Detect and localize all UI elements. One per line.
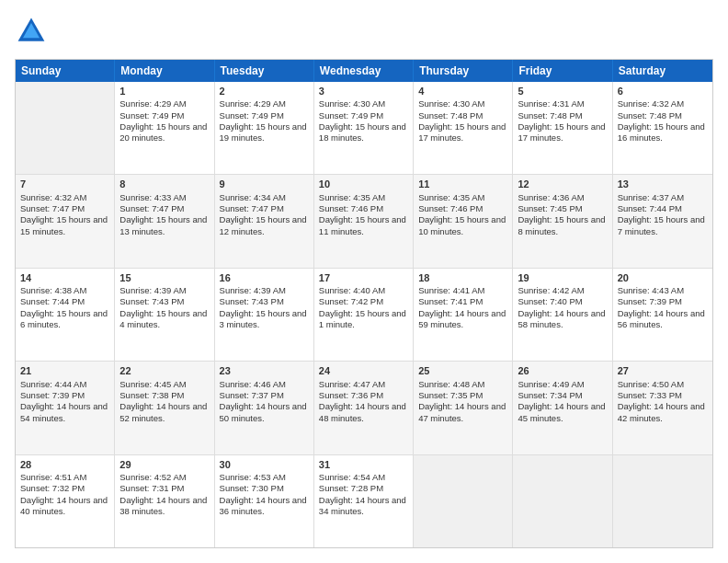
sunset-text: Sunset: 7:46 PM (418, 203, 507, 214)
daylight-text: Daylight: 15 hours and 17 minutes. (418, 121, 507, 144)
sunset-text: Sunset: 7:36 PM (319, 390, 408, 401)
sunrise-text: Sunrise: 4:54 AM (319, 472, 408, 483)
sunrise-text: Sunrise: 4:47 AM (319, 379, 408, 390)
logo-icon (15, 15, 48, 48)
day-cell-2: 2Sunrise: 4:29 AMSunset: 7:49 PMDaylight… (215, 82, 314, 174)
header-day-friday: Friday (513, 60, 612, 82)
calendar-week-1: 1Sunrise: 4:29 AMSunset: 7:49 PMDaylight… (16, 82, 712, 175)
day-number: 26 (518, 364, 607, 377)
calendar-week-5: 28Sunrise: 4:51 AMSunset: 7:32 PMDayligh… (16, 455, 712, 547)
sunset-text: Sunset: 7:33 PM (618, 390, 708, 401)
daylight-text: Daylight: 15 hours and 11 minutes. (319, 214, 408, 237)
calendar-header: SundayMondayTuesdayWednesdayThursdayFrid… (16, 60, 712, 82)
daylight-text: Daylight: 14 hours and 59 minutes. (418, 308, 507, 331)
day-cell-24: 24Sunrise: 4:47 AMSunset: 7:36 PMDayligh… (314, 362, 414, 454)
sunset-text: Sunset: 7:49 PM (220, 110, 309, 121)
sunset-text: Sunset: 7:32 PM (20, 483, 109, 494)
day-cell-14: 14Sunrise: 4:38 AMSunset: 7:44 PMDayligh… (16, 269, 115, 361)
day-cell-27: 27Sunrise: 4:50 AMSunset: 7:33 PMDayligh… (613, 362, 712, 454)
daylight-text: Daylight: 15 hours and 6 minutes. (20, 308, 109, 331)
calendar-week-2: 7Sunrise: 4:32 AMSunset: 7:47 PMDaylight… (16, 175, 712, 268)
day-cell-4: 4Sunrise: 4:30 AMSunset: 7:48 PMDaylight… (414, 82, 513, 174)
header-day-thursday: Thursday (414, 60, 513, 82)
sunset-text: Sunset: 7:48 PM (618, 110, 708, 121)
sunrise-text: Sunrise: 4:43 AM (618, 285, 708, 296)
day-number: 28 (20, 458, 109, 471)
sunrise-text: Sunrise: 4:42 AM (518, 285, 607, 296)
day-number: 23 (220, 364, 309, 377)
day-number: 10 (319, 178, 408, 190)
sunset-text: Sunset: 7:49 PM (119, 110, 209, 121)
day-cell-13: 13Sunrise: 4:37 AMSunset: 7:44 PMDayligh… (613, 175, 712, 267)
daylight-text: Daylight: 14 hours and 56 minutes. (618, 308, 708, 331)
sunrise-text: Sunrise: 4:33 AM (119, 192, 209, 203)
sunrise-text: Sunrise: 4:39 AM (220, 285, 309, 296)
day-number: 30 (220, 458, 309, 471)
daylight-text: Daylight: 14 hours and 45 minutes. (518, 401, 607, 424)
day-number: 12 (518, 178, 607, 190)
day-cell-3: 3Sunrise: 4:30 AMSunset: 7:49 PMDaylight… (314, 82, 414, 174)
sunrise-text: Sunrise: 4:31 AM (518, 98, 607, 109)
day-cell-8: 8Sunrise: 4:33 AMSunset: 7:47 PMDaylight… (115, 175, 214, 267)
sunrise-text: Sunrise: 4:48 AM (418, 379, 507, 390)
sunrise-text: Sunrise: 4:38 AM (20, 285, 109, 296)
sunset-text: Sunset: 7:31 PM (119, 483, 209, 494)
calendar-week-4: 21Sunrise: 4:44 AMSunset: 7:39 PMDayligh… (16, 362, 712, 454)
calendar: SundayMondayTuesdayWednesdayThursdayFrid… (15, 59, 713, 548)
day-number: 11 (418, 178, 507, 190)
sunrise-text: Sunrise: 4:52 AM (119, 472, 209, 483)
header-day-wednesday: Wednesday (314, 60, 414, 82)
sunset-text: Sunset: 7:44 PM (618, 203, 708, 214)
day-cell-21: 21Sunrise: 4:44 AMSunset: 7:39 PMDayligh… (16, 362, 115, 454)
day-cell-31: 31Sunrise: 4:54 AMSunset: 7:28 PMDayligh… (314, 455, 414, 547)
day-cell-17: 17Sunrise: 4:40 AMSunset: 7:42 PMDayligh… (314, 269, 414, 361)
daylight-text: Daylight: 15 hours and 12 minutes. (220, 214, 309, 237)
day-cell-25: 25Sunrise: 4:48 AMSunset: 7:35 PMDayligh… (414, 362, 513, 454)
day-cell-9: 9Sunrise: 4:34 AMSunset: 7:47 PMDaylight… (215, 175, 314, 267)
day-number: 31 (319, 458, 408, 471)
header-day-tuesday: Tuesday (215, 60, 314, 82)
header-day-saturday: Saturday (613, 60, 712, 82)
day-cell-12: 12Sunrise: 4:36 AMSunset: 7:45 PMDayligh… (513, 175, 612, 267)
day-cell-6: 6Sunrise: 4:32 AMSunset: 7:48 PMDaylight… (613, 82, 712, 174)
sunrise-text: Sunrise: 4:35 AM (418, 192, 507, 203)
day-cell-11: 11Sunrise: 4:35 AMSunset: 7:46 PMDayligh… (414, 175, 513, 267)
daylight-text: Daylight: 15 hours and 10 minutes. (418, 214, 507, 237)
logo (15, 15, 51, 48)
day-number: 4 (418, 85, 507, 98)
daylight-text: Daylight: 14 hours and 47 minutes. (418, 401, 507, 424)
day-cell-28: 28Sunrise: 4:51 AMSunset: 7:32 PMDayligh… (16, 455, 115, 547)
daylight-text: Daylight: 15 hours and 17 minutes. (518, 121, 607, 144)
sunset-text: Sunset: 7:44 PM (20, 296, 109, 307)
daylight-text: Daylight: 14 hours and 48 minutes. (319, 401, 408, 424)
sunset-text: Sunset: 7:48 PM (518, 110, 607, 121)
sunrise-text: Sunrise: 4:30 AM (418, 98, 507, 109)
day-number: 9 (220, 178, 309, 190)
header-day-sunday: Sunday (16, 60, 115, 82)
sunset-text: Sunset: 7:34 PM (518, 390, 607, 401)
sunrise-text: Sunrise: 4:30 AM (319, 98, 408, 109)
sunrise-text: Sunrise: 4:44 AM (20, 379, 109, 390)
day-cell-1: 1Sunrise: 4:29 AMSunset: 7:49 PMDaylight… (115, 82, 214, 174)
daylight-text: Daylight: 14 hours and 36 minutes. (220, 495, 309, 518)
sunset-text: Sunset: 7:38 PM (119, 390, 209, 401)
day-number: 16 (220, 271, 309, 284)
sunrise-text: Sunrise: 4:46 AM (220, 379, 309, 390)
day-number: 14 (20, 271, 109, 284)
day-cell-19: 19Sunrise: 4:42 AMSunset: 7:40 PMDayligh… (513, 269, 612, 361)
day-number: 24 (319, 364, 408, 377)
sunrise-text: Sunrise: 4:45 AM (119, 379, 209, 390)
header-day-monday: Monday (115, 60, 214, 82)
sunset-text: Sunset: 7:28 PM (319, 483, 408, 494)
day-number: 3 (319, 85, 408, 98)
day-number: 19 (518, 271, 607, 284)
day-cell-30: 30Sunrise: 4:53 AMSunset: 7:30 PMDayligh… (215, 455, 314, 547)
sunset-text: Sunset: 7:42 PM (319, 296, 408, 307)
sunrise-text: Sunrise: 4:35 AM (319, 192, 408, 203)
daylight-text: Daylight: 15 hours and 8 minutes. (518, 214, 607, 237)
sunset-text: Sunset: 7:47 PM (119, 203, 209, 214)
empty-cell (513, 455, 612, 547)
day-cell-20: 20Sunrise: 4:43 AMSunset: 7:39 PMDayligh… (613, 269, 712, 361)
day-cell-29: 29Sunrise: 4:52 AMSunset: 7:31 PMDayligh… (115, 455, 214, 547)
sunset-text: Sunset: 7:47 PM (220, 203, 309, 214)
